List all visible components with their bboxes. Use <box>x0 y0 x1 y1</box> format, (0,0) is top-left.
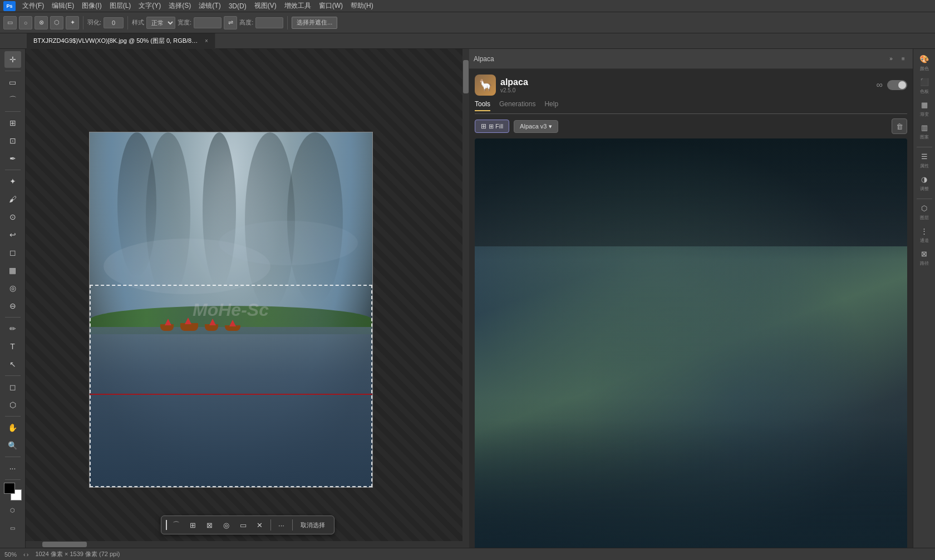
tool-object-select[interactable]: ⊞ <box>4 115 21 131</box>
tool-gradient[interactable]: ▦ <box>4 262 21 279</box>
tab-close-btn[interactable]: × <box>205 38 208 44</box>
color-swatches[interactable] <box>4 483 22 500</box>
tool-sep-4 <box>5 317 21 318</box>
tool-eyedropper[interactable]: ✒ <box>4 150 21 167</box>
float-toolbar: ⌒ ⊞ ⊠ ◎ ▭ ✕ ··· 取消选择 <box>161 516 334 534</box>
tool-blur[interactable]: ◎ <box>4 280 21 296</box>
vertical-scrollbar-thumb[interactable] <box>463 60 469 93</box>
vertical-scrollbar[interactable] <box>462 49 469 548</box>
ri-paths-btn[interactable]: ⊠ <box>916 248 933 259</box>
menu-layer[interactable]: 图层(L) <box>106 0 135 12</box>
alpaca-tab-tools[interactable]: Tools <box>475 100 490 111</box>
tool-eraser[interactable]: ◻ <box>4 244 21 261</box>
float-btn-rect[interactable]: ▭ <box>236 518 250 532</box>
float-btn-subtract[interactable]: ⊠ <box>203 518 217 532</box>
tool-crop[interactable]: ⊡ <box>4 132 21 149</box>
alpaca-tab-help[interactable]: Help <box>544 100 558 111</box>
float-btn-circle[interactable]: ◎ <box>219 518 234 532</box>
ri-channels-label: 通道 <box>920 237 929 244</box>
tool-sep-8 <box>5 479 21 480</box>
toolbar-mode-magic[interactable]: ✦ <box>66 16 79 29</box>
ri-group-6: ◑ 调整 <box>916 174 933 192</box>
horizontal-scrollbar[interactable] <box>26 541 469 548</box>
float-btn-more[interactable]: ··· <box>274 518 289 532</box>
horizontal-scrollbar-thumb[interactable] <box>42 542 87 547</box>
trash-btn[interactable]: 🗑 <box>892 118 907 134</box>
float-btn-close[interactable]: ✕ <box>253 518 267 532</box>
menu-text[interactable]: 文字(Y) <box>135 0 164 12</box>
document-tab[interactable]: BTXJRZD4G9$)VLVW(XO)[8K.jpg @ 50% (图层 0,… <box>27 33 215 49</box>
tool-path-select[interactable]: ↖ <box>4 356 21 373</box>
ri-layers-btn[interactable]: ⬡ <box>916 202 933 214</box>
ri-adjustments-label: 调整 <box>920 186 929 192</box>
tool-heal[interactable]: ✦ <box>4 173 21 190</box>
menu-select[interactable]: 选择(S) <box>165 0 194 12</box>
ri-color-btn[interactable]: 🎨 <box>916 53 933 65</box>
alpaca-expand-btn[interactable]: » <box>886 54 896 64</box>
tool-hand[interactable]: ✋ <box>4 419 21 436</box>
menu-file[interactable]: 文件(F) <box>19 0 47 12</box>
menu-window[interactable]: 窗口(W) <box>316 0 346 12</box>
tool-history-brush[interactable]: ↩ <box>4 226 21 243</box>
canvas-area: MoHe-Sc ⌒ ⊞ ⊠ ◎ ▭ ✕ ··· 取消选择 <box>26 49 469 548</box>
tool-quick-mask[interactable]: ⬡ <box>4 502 21 518</box>
tool-more[interactable]: ··· <box>4 460 21 477</box>
model-chip[interactable]: Alpaca v3 ▾ <box>514 120 558 133</box>
toolbar-mode-polygon[interactable]: ⬡ <box>50 16 63 29</box>
tool-screen-mode[interactable]: ▭ <box>4 519 21 536</box>
tool-text[interactable]: T <box>4 338 21 355</box>
toolbar-mode-rect[interactable]: ▭ <box>3 16 17 29</box>
main-area: ✛ ▭ ⌒ ⊞ ⊡ ✒ ✦ 🖌 ⊙ ↩ ◻ ▦ ◎ ⊖ ✏ T ↖ ◻ ⬡ ✋ … <box>0 49 935 548</box>
ri-properties-btn[interactable]: ☰ <box>916 151 933 162</box>
ri-sep-1 <box>917 147 932 147</box>
ri-gradient-btn[interactable]: ▦ <box>916 99 933 110</box>
float-btn-intersect[interactable]: ⊞ <box>186 518 200 532</box>
menu-help[interactable]: 帮助(H) <box>347 0 377 12</box>
tool-dodge[interactable]: ⊖ <box>4 298 21 314</box>
tool-pen[interactable]: ✏ <box>4 320 21 337</box>
tool-select-rect[interactable]: ▭ <box>4 74 21 91</box>
style-select[interactable]: 正常 <box>146 17 175 29</box>
toolbar-mode-ellipse[interactable]: ○ <box>19 16 32 29</box>
ri-swatches-btn[interactable]: ⬛ <box>916 76 933 87</box>
swap-wh-btn[interactable]: ⇌ <box>224 16 237 29</box>
tool-move[interactable]: ✛ <box>4 51 21 68</box>
height-input[interactable] <box>255 17 283 28</box>
menu-view[interactable]: 视图(V) <box>251 0 280 12</box>
float-btn-feather[interactable]: ⌒ <box>169 518 184 532</box>
menu-plugins[interactable]: 增效工具 <box>281 0 314 12</box>
toolbar-mode-lasso[interactable]: ⊗ <box>35 16 48 29</box>
alpaca-version: v2.5.0 <box>500 87 528 93</box>
alpaca-toggle[interactable] <box>887 80 907 90</box>
ri-group-9: ⊠ 路径 <box>916 248 933 266</box>
menu-filter[interactable]: 滤镜(T) <box>195 0 224 12</box>
menu-image[interactable]: 图像(I) <box>78 0 105 12</box>
fill-chip[interactable]: ⊞ ⊞ Fill <box>475 120 509 133</box>
tool-stamp[interactable]: ⊙ <box>4 209 21 225</box>
status-prev-btn[interactable]: ‹ <box>23 551 26 558</box>
alpaca-tab-generations[interactable]: Generations <box>499 100 535 111</box>
ri-channels-btn[interactable]: ⋮ <box>916 225 933 236</box>
menu-3d[interactable]: 3D(D) <box>225 1 250 11</box>
select-mask-btn[interactable]: 选择并遮住... <box>292 17 337 29</box>
blur-input[interactable] <box>104 17 124 28</box>
tool-sep-6 <box>5 416 21 417</box>
width-input[interactable] <box>194 17 222 28</box>
tool-zoom[interactable]: 🔍 <box>4 437 21 454</box>
float-cancel-btn[interactable]: 取消选择 <box>296 518 329 532</box>
menu-edit[interactable]: 编辑(E) <box>48 0 77 12</box>
ri-swatches-label: 色板 <box>920 88 929 95</box>
ri-group-2: ⬛ 色板 <box>916 76 933 95</box>
tool-lasso[interactable]: ⌒ <box>4 92 21 108</box>
alpaca-more-btn[interactable]: ≡ <box>898 54 908 64</box>
status-next-btn[interactable]: › <box>27 551 29 558</box>
tool-3d[interactable]: ⬡ <box>4 397 21 413</box>
alpaca-tab-label[interactable]: Alpaca <box>474 55 494 63</box>
tool-shape[interactable]: ◻ <box>4 379 21 395</box>
float-sep-2 <box>292 519 293 531</box>
tool-brush[interactable]: 🖌 <box>4 191 21 207</box>
ri-pattern-btn[interactable]: ▥ <box>916 122 933 133</box>
foreground-color[interactable] <box>4 483 15 494</box>
ri-adjustments-btn[interactable]: ◑ <box>916 174 933 185</box>
ri-color-icon: 🎨 <box>919 54 929 63</box>
